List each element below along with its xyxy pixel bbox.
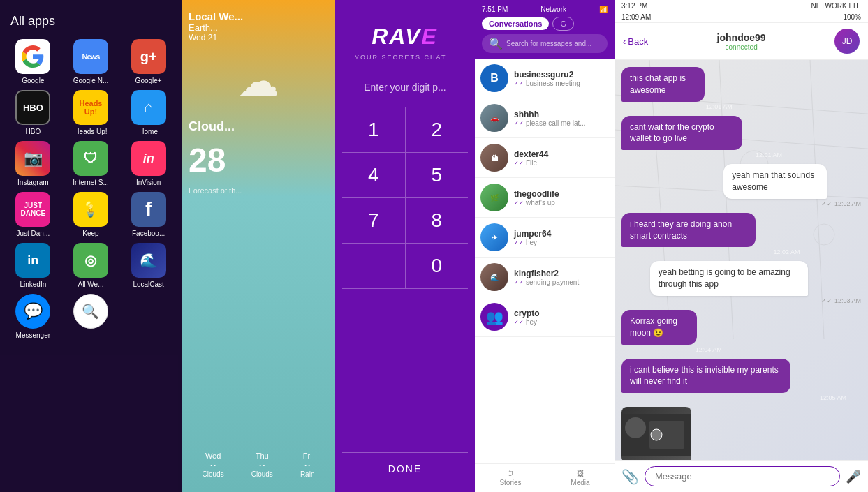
- app-internet[interactable]: 🛡 Internet S...: [65, 141, 117, 186]
- chat-time2: 12:09 AM: [621, 13, 651, 21]
- attachment-icon[interactable]: 📎: [621, 468, 639, 485]
- conv-item-dexter44[interactable]: 🏔 dexter44 ✓✓ File: [475, 138, 615, 178]
- msg-7-wrapper: i cant believe this is invisible my pare…: [621, 359, 861, 402]
- msg-8-image: [621, 407, 691, 460]
- msg-2-time: 12:01 AM: [621, 151, 782, 158]
- conv-info-kingfisher2: kingfisher2 ✓✓ sending payment: [514, 269, 609, 286]
- weather-date: Wed 21: [189, 33, 328, 43]
- app-facebook[interactable]: f Faceboo...: [122, 192, 175, 237]
- app-keep-label: Keep: [82, 230, 98, 237]
- conv-search-bar[interactable]: 🔍 Search for messages and...: [482, 34, 608, 53]
- forecast-wed-day: Wed: [205, 452, 221, 460]
- app-googleplus[interactable]: g+ Google+: [122, 39, 175, 84]
- keypad-5[interactable]: 5: [406, 153, 469, 198]
- msg-7-bubble: i cant believe this is invisible my pare…: [621, 359, 790, 394]
- rave-keypad: 1 2 4 5 7 8 0: [342, 107, 468, 289]
- weather-temp: 28: [189, 141, 328, 179]
- msg-5-time: ✓✓ 12:03 AM: [650, 297, 861, 304]
- app-linkedin[interactable]: in LinkedIn: [7, 243, 59, 288]
- forecast-wed: Wed • • Clouds: [203, 452, 224, 478]
- keypad-0[interactable]: 0: [406, 244, 469, 289]
- msg-2-wrapper: cant wait for the crypto wallet to go li…: [621, 116, 861, 159]
- keypad-row-4: 0: [342, 244, 468, 289]
- app-localcast[interactable]: 🌊 LocalCast: [122, 243, 175, 288]
- conv-name-kingfisher2: kingfisher2: [514, 269, 609, 278]
- conv-footer: ⏱ Stories 🖼 Media: [475, 463, 615, 492]
- msg-6-time: 12:04 AM: [621, 346, 722, 353]
- check-icon-jumper64: ✓✓: [514, 239, 524, 246]
- weather-forecast: Wed • • Clouds Thu • • Clouds Fri • • Ra…: [182, 452, 335, 478]
- conv-search-placeholder: Search for messages and...: [506, 40, 591, 47]
- microphone-icon[interactable]: 🎤: [846, 469, 861, 484]
- chat-message-input[interactable]: [645, 466, 840, 486]
- app-hbo[interactable]: HBO HBO: [7, 90, 59, 135]
- app-invision[interactable]: in InVision: [122, 141, 175, 186]
- msg-6: Korrax going moon 😉 12:04 AM: [621, 310, 722, 353]
- svg-point-9: [625, 417, 646, 438]
- conv-preview-businessguru2: ✓✓ business meeting: [514, 80, 609, 87]
- chat-header: ‹ Back johndoe99 connected JD: [615, 23, 868, 60]
- msg-8-wrapper: [621, 407, 861, 460]
- apps-grid: Google News Google N... g+ Google+ HBO H: [7, 39, 175, 339]
- conv-item-businessguru2[interactable]: B businessguru2 ✓✓ business meeting: [475, 59, 615, 98]
- check-icon-kingfisher2: ✓✓: [514, 279, 524, 285]
- msg-5-bubble: yeah betting is going to be amazing thro…: [650, 261, 809, 296]
- app-headsup[interactable]: Heads Up! Heads Up!: [65, 90, 117, 135]
- app-google[interactable]: Google: [7, 39, 59, 84]
- app-home[interactable]: ⌂ Home: [122, 90, 175, 135]
- conv-tab-conversations[interactable]: Conversations: [482, 17, 549, 30]
- conv-tab-g[interactable]: G: [552, 17, 574, 31]
- rave-enter-text: Enter your digit p...: [364, 82, 446, 93]
- footer-stories[interactable]: ⏱ Stories: [499, 470, 521, 486]
- conv-item-thegoodlife[interactable]: 🌿 thegoodlife ✓✓ what's up: [475, 178, 615, 218]
- panel-chat: 3:12 PM NETWORK LTE 12:09 AM 100% ‹ Back…: [615, 0, 868, 492]
- app-allwe-label: All We...: [78, 281, 103, 288]
- conv-name-businessguru2: businessguru2: [514, 70, 609, 80]
- media-icon: 🖼: [577, 470, 584, 477]
- conv-avatar-businessguru2: B: [480, 64, 508, 92]
- keypad-2[interactable]: 2: [406, 107, 469, 153]
- forecast-fri-cond: Rain: [300, 470, 315, 478]
- conv-item-jumper64[interactable]: ✈ jumper64 ✓✓ hey: [475, 218, 615, 258]
- conv-tabs: Conversations G: [482, 17, 608, 31]
- keypad-1[interactable]: 1: [342, 107, 406, 153]
- conv-item-crypto[interactable]: 👥 crypto ✓✓ hey: [475, 297, 615, 337]
- conv-item-shhhh[interactable]: 🚗 shhhh ✓✓ please call me lat...: [475, 98, 615, 138]
- conv-header: 7:51 PM Network 📶 Conversations G 🔍 Sear…: [475, 0, 615, 59]
- conv-name-shhhh: shhhh: [514, 110, 609, 119]
- app-keep[interactable]: 💡 Keep: [65, 192, 117, 237]
- chat-username: johndoe99 connected: [654, 32, 829, 51]
- check-icon: ✓✓: [514, 80, 524, 87]
- keypad-7[interactable]: 7: [342, 198, 406, 244]
- keypad-8[interactable]: 8: [406, 198, 469, 244]
- forecast-thu: Thu • • Clouds: [251, 452, 273, 478]
- pin-done-button[interactable]: DONE: [342, 452, 468, 485]
- app-messenger[interactable]: 💬 Messenger: [7, 294, 59, 339]
- app-instagram[interactable]: 📷 Instagram: [7, 141, 59, 186]
- footer-media[interactable]: 🖼 Media: [571, 470, 589, 486]
- panel-conversations: 7:51 PM Network 📶 Conversations G 🔍 Sear…: [475, 0, 615, 492]
- conv-info-thegoodlife: thegoodlife ✓✓ what's up: [514, 189, 609, 207]
- conv-item-kingfisher2[interactable]: 🌊 kingfisher2 ✓✓ sending payment: [475, 258, 615, 297]
- svg-point-11: [651, 429, 662, 440]
- chat-status-bar: 3:12 PM NETWORK LTE: [615, 0, 868, 12]
- weather-condition: Cloud...: [189, 119, 328, 134]
- app-hbo-label: HBO: [25, 128, 41, 135]
- chat-back-button[interactable]: ‹ Back: [623, 36, 648, 47]
- weather-location: Earth...: [189, 22, 328, 33]
- conv-info-dexter44: dexter44 ✓✓ File: [514, 149, 609, 167]
- keypad-4[interactable]: 4: [342, 153, 406, 198]
- conv-name-jumper64: jumper64: [514, 229, 609, 239]
- app-search[interactable]: 🔍: [65, 294, 117, 339]
- msg-5: yeah betting is going to be amazing thro…: [650, 261, 861, 304]
- forecast-thu-cond: Clouds: [251, 470, 273, 478]
- msg-1: this chat app is awesome 12:01 AM: [621, 67, 733, 110]
- app-googlen[interactable]: News Google N...: [65, 39, 117, 84]
- msg-3-wrapper: yeah man that sounds awesome ✓✓ 12:02 AM: [621, 164, 861, 207]
- app-allwe[interactable]: ◎ All We...: [65, 243, 117, 288]
- chat-time: 3:12 PM: [621, 2, 647, 10]
- msg-1-wrapper: this chat app is awesome 12:01 AM: [621, 67, 861, 110]
- msg-4-wrapper: i heard they are doing anon smart contra…: [621, 213, 861, 256]
- app-localcast-label: LocalCast: [133, 281, 163, 288]
- app-justdance[interactable]: JUST DANCE Just Dan...: [7, 192, 59, 237]
